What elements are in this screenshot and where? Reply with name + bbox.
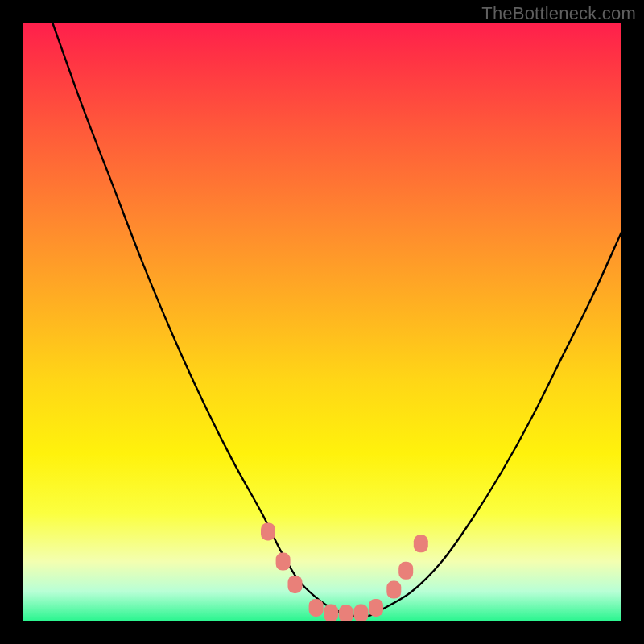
threshold-marker [414, 535, 428, 552]
bottleneck-curve [52, 23, 621, 617]
curve-svg [23, 23, 621, 621]
threshold-marker [261, 522, 275, 540]
threshold-markers [261, 522, 428, 621]
plot-area [23, 23, 621, 621]
threshold-marker [324, 605, 338, 621]
threshold-marker [398, 562, 413, 580]
threshold-marker [288, 576, 303, 593]
threshold-marker [276, 553, 291, 571]
threshold-marker [339, 605, 353, 621]
threshold-marker [369, 599, 383, 617]
threshold-marker [386, 581, 401, 599]
watermark-text: TheBottleneck.com [481, 3, 636, 24]
threshold-marker [353, 605, 368, 621]
chart-frame: TheBottleneck.com [0, 0, 644, 644]
threshold-marker [309, 599, 324, 617]
